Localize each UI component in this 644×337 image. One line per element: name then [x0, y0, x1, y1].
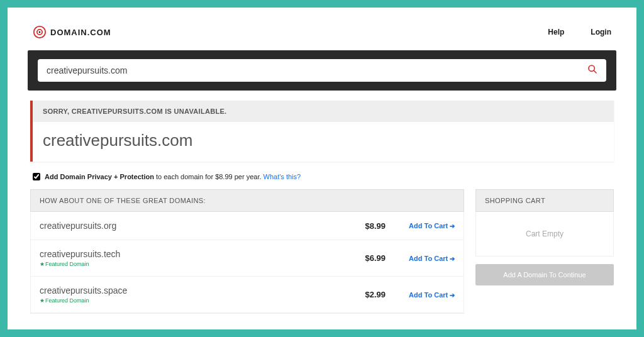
svg-point-2 — [39, 31, 41, 33]
nav-help[interactable]: Help — [548, 28, 564, 36]
columns: HOW ABOUT ONE OF THESE GREAT DOMAINS: cr… — [30, 189, 614, 314]
add-to-cart-button[interactable]: Add To Cart — [386, 291, 455, 299]
nav-login[interactable]: Login — [591, 28, 611, 36]
search-input[interactable] — [47, 65, 587, 75]
content: SORRY, CREATIVEPURSUITS.COM IS UNAVAILAB… — [28, 91, 616, 314]
privacy-checkbox[interactable] — [33, 173, 40, 180]
featured-badge: Featured Domain — [40, 297, 343, 304]
domain-row: creativepursuits.org $8.99 Add To Cart — [31, 212, 464, 240]
cart-panel: SHOPPING CART Cart Empty Add A Domain To… — [475, 189, 614, 314]
domain-name: creativepursuits.space — [40, 285, 343, 296]
domain-row: creativepursuits.tech Featured Domain $6… — [31, 240, 464, 277]
search-bar-wrap — [28, 50, 616, 91]
suggestions-panel: HOW ABOUT ONE OF THESE GREAT DOMAINS: cr… — [30, 189, 464, 314]
suggestions-title: HOW ABOUT ONE OF THESE GREAT DOMAINS: — [30, 189, 464, 212]
domain-row: creativepursuits.space Featured Domain $… — [31, 277, 464, 313]
add-to-cart-button[interactable]: Add To Cart — [386, 222, 455, 229]
featured-badge: Featured Domain — [40, 261, 343, 267]
logo-icon — [33, 25, 47, 39]
header: DOMAIN.COM Help Login — [28, 25, 616, 50]
svg-line-4 — [594, 70, 596, 73]
domain-price: $2.99 — [343, 290, 386, 299]
domain-name: creativepursuits.tech — [40, 249, 343, 259]
search-bar — [38, 59, 606, 82]
privacy-link[interactable]: What's this? — [264, 173, 301, 180]
search-icon[interactable] — [587, 64, 597, 77]
suggestions-list: creativepursuits.org $8.99 Add To Cart c… — [30, 212, 464, 314]
status-box: SORRY, CREATIVEPURSUITS.COM IS UNAVAILAB… — [30, 101, 614, 162]
privacy-row: Add Domain Privacy + Protection to each … — [33, 173, 614, 180]
status-message: SORRY, CREATIVEPURSUITS.COM IS UNAVAILAB… — [33, 101, 614, 122]
add-to-cart-button[interactable]: Add To Cart — [386, 255, 455, 262]
privacy-label-rest: to each domain for $8.99 per year. — [154, 173, 264, 180]
logo-text: DOMAIN.COM — [50, 28, 111, 37]
nav-links: Help Login — [548, 28, 611, 36]
page-frame: DOMAIN.COM Help Login SORRY, CREATIVEPUR… — [0, 0, 644, 337]
cart-empty: Cart Empty — [475, 212, 614, 257]
page: DOMAIN.COM Help Login SORRY, CREATIVEPUR… — [8, 8, 636, 329]
cart-continue-button[interactable]: Add A Domain To Continue — [475, 264, 614, 285]
domain-price: $8.99 — [343, 221, 386, 231]
privacy-label-bold: Add Domain Privacy + Protection — [45, 173, 154, 180]
domain-price: $6.99 — [343, 253, 386, 263]
domain-name: creativepursuits.org — [40, 221, 343, 231]
logo[interactable]: DOMAIN.COM — [33, 25, 111, 39]
status-domain: creativepursuits.com — [33, 122, 614, 162]
cart-title: SHOPPING CART — [475, 189, 614, 212]
